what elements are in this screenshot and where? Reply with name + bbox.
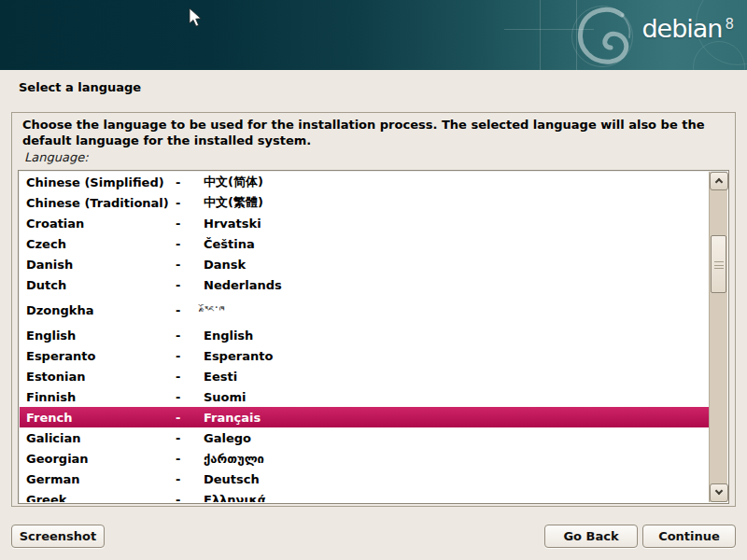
language-name: Czech [26, 237, 176, 251]
language-row[interactable]: Chinese (Simplified) - 中文(简体) [20, 172, 709, 192]
screenshot-button[interactable]: Screenshot [11, 525, 105, 548]
language-row[interactable]: Finnish - Suomi [20, 386, 709, 407]
language-row[interactable]: Croatian - Hrvatski [20, 213, 709, 233]
language-native: Nederlands [204, 278, 709, 292]
language-name: Croatian [26, 217, 176, 231]
language-separator: - [176, 175, 204, 189]
language-row[interactable]: Georgian - ქართული [20, 448, 709, 469]
language-name: Finnish [26, 390, 176, 404]
language-native: ქართული [204, 452, 709, 466]
chevron-down-icon [715, 487, 723, 495]
language-native: Dansk [204, 258, 709, 272]
language-separator: - [176, 196, 204, 210]
language-native: Suomi [204, 390, 709, 404]
language-name: Chinese (Traditional) [26, 196, 176, 210]
language-row[interactable]: Galician - Galego [20, 427, 709, 448]
language-native: Français [204, 411, 709, 425]
page-title: Select a language [19, 80, 141, 94]
language-separator: - [176, 431, 204, 445]
banner-hairline [540, 0, 541, 70]
language-row[interactable]: Esperanto - Esperanto [20, 345, 709, 366]
language-row[interactable]: Dutch - Nederlands [20, 274, 709, 295]
continue-button[interactable]: Continue [642, 525, 736, 548]
language-row[interactable]: Danish - Dansk [20, 254, 709, 274]
brand-version: 8 [725, 16, 734, 33]
language-row[interactable]: Estonian - Eesti [20, 366, 709, 386]
scrollbar-grip-icon [714, 261, 724, 269]
language-native: Deutsch [204, 472, 709, 486]
dialog-panel: Choose the language to be used for the i… [11, 112, 736, 507]
language-native: Eesti [204, 370, 709, 384]
language-separator: - [176, 278, 204, 292]
language-name: French [26, 411, 176, 425]
language-native: རྫོང་ཁ [204, 304, 709, 316]
language-separator: - [176, 217, 204, 231]
language-row[interactable]: French - Français [20, 407, 709, 427]
language-separator: - [176, 493, 204, 503]
language-native: Ελληνικά [204, 493, 709, 503]
language-row[interactable]: German - Deutsch [20, 469, 709, 489]
language-name: Galician [26, 431, 176, 445]
language-name: German [26, 472, 176, 486]
language-row[interactable]: Chinese (Traditional) - 中文(繁體) [20, 192, 709, 213]
language-separator: - [176, 390, 204, 404]
scrollbar-thumb[interactable] [711, 235, 726, 293]
language-name: Greek [26, 493, 176, 503]
language-separator: - [176, 452, 204, 466]
language-name: Dutch [26, 278, 176, 292]
language-native: Galego [204, 431, 709, 445]
language-separator: - [176, 349, 204, 363]
brand-logo: debian 8 [641, 15, 734, 43]
go-back-button[interactable]: Go Back [544, 525, 638, 548]
language-name: Chinese (Simplified) [26, 175, 176, 189]
language-native: Čeština [204, 237, 709, 251]
banner: debian 8 [0, 0, 747, 70]
scroll-up-button[interactable] [710, 172, 728, 190]
language-native: English [204, 329, 709, 343]
language-name: Esperanto [26, 349, 176, 363]
language-separator: - [176, 370, 204, 384]
language-separator: - [176, 472, 204, 486]
chevron-up-icon [715, 178, 723, 186]
language-separator: - [176, 237, 204, 251]
mouse-cursor-icon [189, 7, 204, 28]
language-name: Estonian [26, 370, 176, 384]
language-name: Georgian [26, 452, 176, 466]
language-field-label: Language: [24, 150, 89, 164]
language-native: 中文(简体) [204, 174, 709, 190]
instruction-text: Choose the language to be used for the i… [22, 117, 725, 148]
language-name: English [26, 329, 176, 343]
brand-name: debian [641, 15, 722, 43]
language-separator: - [176, 258, 204, 272]
language-name: Danish [26, 258, 176, 272]
language-listbox: Chinese (Simplified) - 中文(简体) Chinese (T… [18, 170, 729, 504]
debian-swirl-logo-icon [571, 2, 639, 69]
language-separator: - [176, 411, 204, 425]
scrollbar[interactable] [709, 172, 727, 502]
language-row[interactable]: Dzongkha - རྫོང་ཁ [20, 295, 709, 325]
language-list: Chinese (Simplified) - 中文(简体) Chinese (T… [20, 172, 709, 502]
installer-window: debian 8 Select a language Choose the la… [0, 0, 747, 560]
language-separator: - [176, 329, 204, 343]
scroll-down-button[interactable] [710, 483, 728, 502]
language-name: Dzongkha [26, 303, 176, 317]
language-row[interactable]: Czech - Čeština [20, 233, 709, 254]
language-native: Esperanto [204, 349, 709, 363]
language-native: Hrvatski [204, 217, 709, 231]
language-row[interactable]: Greek - Ελληνικά [20, 489, 709, 502]
language-separator: - [176, 303, 204, 317]
language-native: 中文(繁體) [204, 194, 709, 211]
language-row[interactable]: English - English [20, 325, 709, 345]
